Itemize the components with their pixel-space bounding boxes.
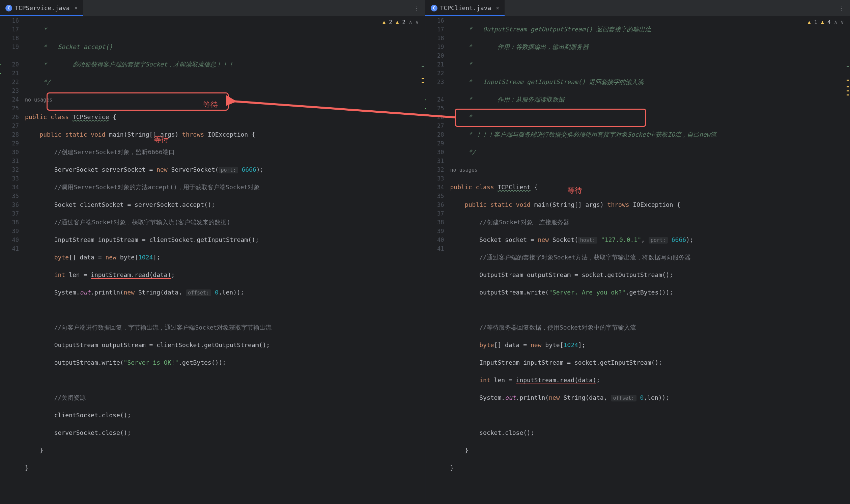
warn-count: 2 xyxy=(389,19,392,25)
class-icon: C xyxy=(5,5,12,12)
line-number[interactable]: 39 xyxy=(425,227,444,235)
right-tabbar: C TCPClient.java × ⋮ xyxy=(425,0,850,16)
warn-count: 2 xyxy=(402,19,406,25)
line-number[interactable]: 28 xyxy=(0,130,19,139)
line-number[interactable]: 33 xyxy=(0,174,19,183)
line-number[interactable]: 21▶ xyxy=(0,69,19,77)
line-number[interactable]: 41 xyxy=(425,244,444,253)
line-number[interactable]: 19 xyxy=(425,42,444,51)
close-icon[interactable]: × xyxy=(496,5,499,11)
line-number[interactable]: 31 xyxy=(425,157,444,165)
line-number[interactable]: 25 xyxy=(0,104,19,113)
right-gutter: 161718192021222324▶25▶262728293031323334… xyxy=(425,16,448,504)
line-number[interactable]: 35 xyxy=(0,192,19,200)
warning-icon: ▲ xyxy=(382,19,386,25)
line-number[interactable]: 30 xyxy=(425,148,444,157)
tab-label: TCPService.java xyxy=(15,4,70,12)
line-number[interactable]: 29 xyxy=(425,139,444,148)
line-number[interactable]: 32 xyxy=(0,165,19,174)
line-number[interactable]: 37 xyxy=(0,209,19,218)
line-number[interactable]: 27 xyxy=(425,122,444,130)
line-number[interactable]: 26 xyxy=(425,113,444,122)
usages-hint[interactable]: no usages xyxy=(450,167,477,173)
line-number[interactable]: 16 xyxy=(0,16,19,25)
line-number[interactable]: 41 xyxy=(0,244,19,253)
line-number[interactable]: 16 xyxy=(425,16,444,25)
line-number[interactable]: 39 xyxy=(0,227,19,235)
line-number[interactable]: 22 xyxy=(425,69,444,77)
left-gutter: 1617181920▶21▶22232425262728293031323334… xyxy=(0,16,23,504)
line-number[interactable]: 18 xyxy=(0,34,19,42)
warn-count: 4 xyxy=(827,19,831,25)
line-number[interactable]: 29 xyxy=(0,139,19,148)
line-number[interactable]: 23 xyxy=(0,86,19,95)
line-number[interactable]: 30 xyxy=(0,148,19,157)
line-number[interactable]: 32 xyxy=(425,165,444,174)
right-editor[interactable]: ▲1 ▲4 ∧ ∨ 161718192021222324▶25▶26272829… xyxy=(425,16,850,504)
left-scrollstrip[interactable] xyxy=(421,32,425,504)
run-icon[interactable]: ▶ xyxy=(0,69,1,77)
left-editor[interactable]: ▲2 ▲2 ∧ ∨ 1617181920▶21▶2223242526272829… xyxy=(0,16,425,504)
warning-icon: ▲ xyxy=(808,19,811,25)
run-icon[interactable]: ▶ xyxy=(0,60,1,69)
left-editor-pane: C TCPService.java × ⋮ ▲2 ▲2 ∧ ∨ 16171819… xyxy=(0,0,425,504)
line-number[interactable]: 17 xyxy=(0,25,19,34)
warn-count: 1 xyxy=(814,19,818,25)
line-number[interactable]: 36 xyxy=(425,200,444,209)
line-number[interactable]: 22 xyxy=(0,77,19,86)
line-number[interactable]: 20▶ xyxy=(0,60,19,69)
line-number[interactable]: 26 xyxy=(0,113,19,122)
usages-hint[interactable]: no usages xyxy=(25,97,52,103)
line-number[interactable]: 24 xyxy=(0,95,19,104)
tab-label: TCPClient.java xyxy=(440,4,491,12)
left-tabbar: C TCPService.java × ⋮ xyxy=(0,0,425,16)
inspection-widget[interactable]: ▲1 ▲4 ∧ ∨ xyxy=(806,18,846,26)
line-number[interactable]: 38 xyxy=(425,218,444,227)
tab-menu-icon[interactable]: ⋮ xyxy=(832,4,850,12)
prev-icon[interactable]: ∧ xyxy=(409,19,412,25)
run-icon[interactable]: ▶ xyxy=(425,104,426,113)
right-editor-pane: C TCPClient.java × ⋮ ▲1 ▲4 ∧ ∨ 161718192… xyxy=(425,0,850,504)
line-number[interactable]: 19 xyxy=(0,42,19,51)
warning-icon: ▲ xyxy=(821,19,824,25)
line-number[interactable]: 37 xyxy=(425,209,444,218)
line-number[interactable]: 17 xyxy=(425,25,444,34)
next-icon[interactable]: ∨ xyxy=(416,19,419,25)
line-number[interactable]: 28 xyxy=(425,130,444,139)
line-number[interactable]: 24▶ xyxy=(425,95,444,104)
line-number[interactable]: 36 xyxy=(0,200,19,209)
line-number[interactable]: 31 xyxy=(0,157,19,165)
line-number[interactable]: 38 xyxy=(0,218,19,227)
line-number[interactable]: 34 xyxy=(0,183,19,192)
line-number[interactable]: 20 xyxy=(425,51,444,60)
line-number[interactable] xyxy=(425,86,444,95)
line-number[interactable]: 40 xyxy=(425,235,444,244)
tab-tcpservice[interactable]: C TCPService.java × xyxy=(0,0,83,16)
line-number[interactable] xyxy=(0,51,19,60)
inspection-widget[interactable]: ▲2 ▲2 ∧ ∨ xyxy=(380,18,421,26)
warning-icon: ▲ xyxy=(396,19,399,25)
line-number[interactable]: 18 xyxy=(425,34,444,42)
line-number[interactable]: 40 xyxy=(0,235,19,244)
close-icon[interactable]: × xyxy=(75,5,78,11)
class-icon: C xyxy=(431,5,437,12)
right-scrollstrip[interactable] xyxy=(846,32,850,504)
left-code[interactable]: * * Socket accept() * 必须要获得客户端的套接字Socket… xyxy=(23,16,425,504)
run-icon[interactable]: ▶ xyxy=(425,95,426,104)
line-number[interactable]: 33 xyxy=(425,174,444,183)
line-number[interactable]: 23 xyxy=(425,77,444,86)
prev-icon[interactable]: ∧ xyxy=(834,19,837,25)
line-number[interactable]: 25▶ xyxy=(425,104,444,113)
tab-tcpclient[interactable]: C TCPClient.java × xyxy=(425,0,505,16)
tab-menu-icon[interactable]: ⋮ xyxy=(408,4,425,12)
line-number[interactable]: 34 xyxy=(425,183,444,192)
line-number[interactable]: 27 xyxy=(0,122,19,130)
right-code[interactable]: * OutputStream getOutputStream() 返回套接字的输… xyxy=(448,16,850,504)
next-icon[interactable]: ∨ xyxy=(840,19,844,25)
line-number[interactable]: 21 xyxy=(425,60,444,69)
line-number[interactable]: 35 xyxy=(425,192,444,200)
